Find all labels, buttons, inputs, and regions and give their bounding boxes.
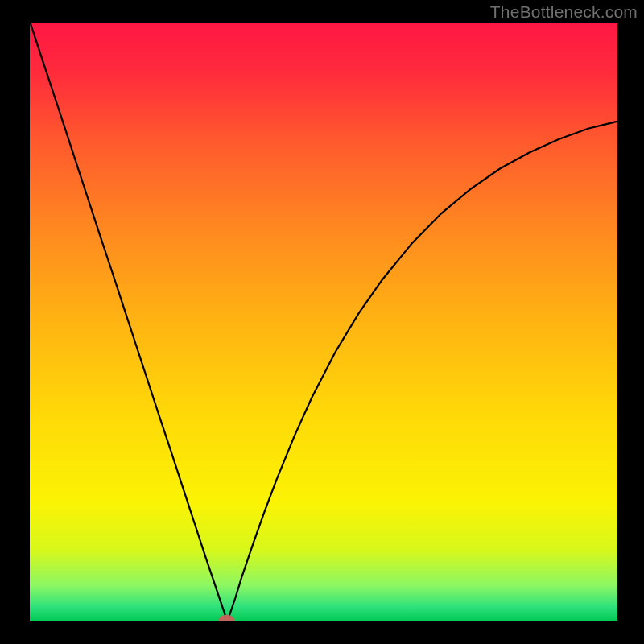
plot-area: [30, 23, 617, 621]
chart-background: [30, 23, 617, 621]
chart-frame: TheBottleneck.com: [0, 0, 644, 644]
watermark-text: TheBottleneck.com: [490, 2, 638, 22]
chart-svg: [30, 23, 617, 621]
